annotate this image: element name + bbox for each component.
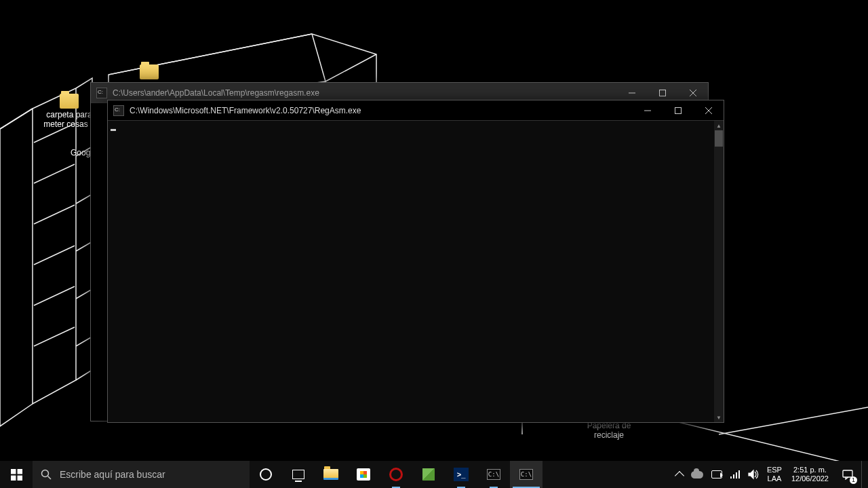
svg-line-14 <box>326 54 376 81</box>
svg-line-3 <box>34 164 75 183</box>
svg-rect-26 <box>17 469 22 474</box>
titlebar[interactable]: C:\Windows\Microsoft.NET\Framework\v2.0.… <box>108 100 724 121</box>
svg-rect-32 <box>843 470 852 477</box>
svg-rect-18 <box>659 90 665 96</box>
console-body[interactable] <box>108 121 714 422</box>
taskbar-app-opera[interactable] <box>380 461 412 488</box>
svg-rect-28 <box>17 475 22 480</box>
svg-rect-27 <box>11 475 16 480</box>
speaker-icon <box>748 469 759 480</box>
show-desktop-button[interactable] <box>861 461 865 488</box>
windows-logo-icon <box>11 469 22 481</box>
taskbar-app-explorer[interactable] <box>315 461 347 488</box>
action-center-button[interactable]: 1 <box>834 461 861 488</box>
svg-line-6 <box>34 286 75 305</box>
task-view-button[interactable] <box>282 461 315 488</box>
keyboard-layout: LAA <box>768 474 782 483</box>
search-input[interactable] <box>60 469 241 480</box>
minimize-button[interactable] <box>632 100 663 121</box>
tray-onedrive[interactable] <box>687 461 707 488</box>
taskbar-search[interactable] <box>33 461 250 488</box>
svg-line-7 <box>34 327 75 346</box>
console-window-regasm-framework[interactable]: C:\Windows\Microsoft.NET\Framework\v2.0.… <box>107 100 724 423</box>
text-cursor <box>111 129 116 131</box>
meet-now-icon <box>711 470 722 478</box>
maximize-button[interactable] <box>663 100 693 121</box>
desktop-folder-1[interactable]: carpeta para meter cosas d <box>42 94 96 129</box>
tray-language[interactable]: ESP LAA <box>763 461 786 488</box>
network-icon <box>730 470 740 478</box>
language-code: ESP <box>767 466 782 474</box>
console-icon <box>96 88 107 98</box>
circle-icon <box>260 468 272 481</box>
svg-line-16 <box>719 407 868 434</box>
taskbar: >_ C:\ C:\ ESP LAA 2:51 p. m. 12/06/2022… <box>0 461 868 488</box>
taskbar-app-minecraft[interactable] <box>412 461 445 488</box>
svg-line-1 <box>0 109 33 129</box>
recycle-bin-label: Papelera dereciclaje <box>582 421 636 440</box>
clock-time: 2:51 p. m. <box>793 466 827 474</box>
minecraft-icon <box>422 468 435 481</box>
desktop[interactable]: carpeta para meter cosas d Googl Papeler… <box>0 0 868 488</box>
taskbar-app-console-2[interactable]: C:\ <box>510 461 542 488</box>
svg-line-13 <box>312 34 326 81</box>
svg-line-4 <box>34 205 75 224</box>
tray-network[interactable] <box>726 461 744 488</box>
console-icon <box>113 105 124 116</box>
ms-store-icon <box>357 468 370 481</box>
powershell-icon: >_ <box>454 468 469 481</box>
svg-marker-31 <box>749 470 753 478</box>
tray-clock[interactable]: 2:51 p. m. 12/06/2022 <box>786 461 834 488</box>
tray-meet-now[interactable] <box>707 461 726 488</box>
folder-icon <box>60 94 79 109</box>
window-title: C:\Windows\Microsoft.NET\Framework\v2.0.… <box>130 106 632 115</box>
svg-rect-22 <box>675 107 681 113</box>
console-icon: C:\ <box>519 469 533 480</box>
svg-line-5 <box>34 246 75 265</box>
file-explorer-icon <box>323 469 338 480</box>
svg-rect-25 <box>11 469 16 474</box>
notification-badge: 1 <box>850 476 857 484</box>
cortana-button[interactable] <box>250 461 282 488</box>
opera-icon <box>389 468 403 481</box>
desktop-folder-2[interactable] <box>122 64 176 81</box>
search-icon <box>41 469 52 480</box>
desktop-icon-label: carpeta para meter cosas d <box>42 110 96 129</box>
onedrive-icon <box>691 471 703 478</box>
scroll-thumb[interactable] <box>715 130 723 147</box>
scroll-down-arrow[interactable]: ▼ <box>714 413 724 422</box>
window-title: C:\Users\ander\AppData\Local\Temp\regasm… <box>113 88 616 98</box>
folder-icon <box>140 64 159 79</box>
task-view-icon <box>292 470 304 479</box>
clock-date: 12/06/2022 <box>791 474 829 483</box>
tray-overflow-button[interactable] <box>672 461 687 488</box>
vertical-scrollbar[interactable]: ▲ ▼ <box>714 121 724 422</box>
tray-volume[interactable] <box>744 461 763 488</box>
close-button[interactable] <box>693 100 724 121</box>
taskbar-app-powershell[interactable]: >_ <box>445 461 477 488</box>
scroll-up-arrow[interactable]: ▲ <box>714 121 724 130</box>
start-button[interactable] <box>0 461 33 488</box>
svg-point-29 <box>42 470 49 477</box>
system-tray: ESP LAA 2:51 p. m. 12/06/2022 1 <box>669 461 868 488</box>
taskbar-app-console-1[interactable]: C:\ <box>477 461 510 488</box>
taskbar-app-store[interactable] <box>347 461 380 488</box>
chevron-up-icon <box>675 471 684 481</box>
console-icon: C:\ <box>487 469 500 480</box>
svg-line-30 <box>48 476 52 480</box>
